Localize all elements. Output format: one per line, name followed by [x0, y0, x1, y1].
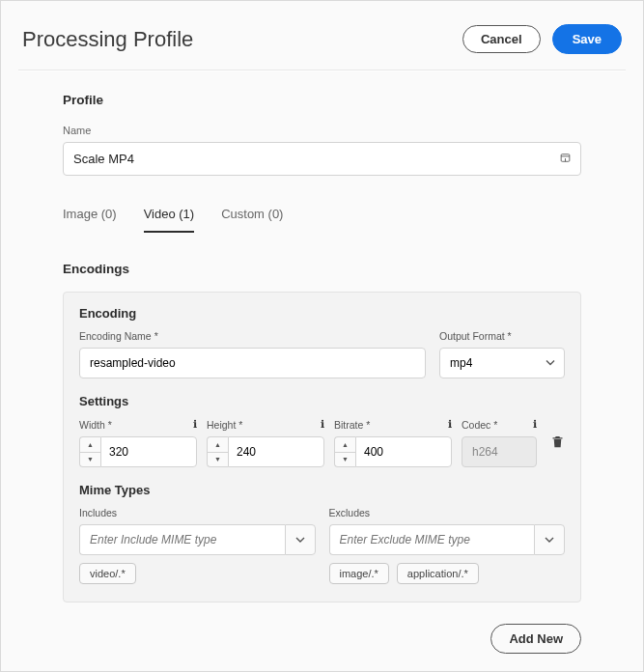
chevron-down-icon: [295, 535, 305, 545]
width-stepper[interactable]: ▲▼: [79, 436, 197, 467]
stepper-buttons[interactable]: ▲▼: [334, 436, 355, 467]
processing-profile-page: Processing Profile Cancel Save Profile N…: [0, 0, 644, 672]
includes-input[interactable]: [79, 524, 285, 555]
settings-subheading: Settings: [79, 394, 565, 408]
add-new-button[interactable]: Add New: [490, 624, 581, 654]
encodings-heading: Encodings: [63, 262, 581, 276]
step-down-icon[interactable]: ▼: [335, 453, 355, 467]
includes-label: Includes: [79, 507, 117, 518]
step-down-icon[interactable]: ▼: [208, 453, 228, 467]
encoding-name-label: Encoding Name *: [79, 330, 158, 342]
step-up-icon[interactable]: ▲: [208, 437, 228, 453]
cancel-button[interactable]: Cancel: [462, 25, 541, 53]
output-format-value[interactable]: [439, 348, 565, 378]
profile-name-input[interactable]: [63, 142, 581, 176]
codec-input: [462, 436, 537, 467]
tabs: Image (0) Video (1) Custom (0): [63, 207, 581, 233]
bitrate-input[interactable]: [355, 436, 452, 467]
info-icon: ℹ: [533, 418, 537, 431]
keyboard-icon: [559, 152, 572, 167]
header-actions: Cancel Save: [462, 24, 622, 54]
save-button[interactable]: Save: [552, 24, 622, 54]
includes-dropdown-button[interactable]: [285, 524, 316, 555]
tab-video[interactable]: Video (1): [144, 207, 195, 233]
info-icon: ℹ: [321, 418, 324, 431]
step-up-icon[interactable]: ▲: [335, 437, 355, 453]
encoding-block: Encoding Encoding Name * Output Format *: [63, 292, 581, 602]
encoding-name-input[interactable]: [79, 348, 426, 378]
stepper-buttons[interactable]: ▲▼: [207, 436, 228, 467]
tab-custom[interactable]: Custom (0): [221, 207, 283, 233]
content-area: Profile Name Image (0) Video (1) Custom …: [1, 93, 643, 672]
bitrate-label: Bitrate *: [334, 419, 370, 431]
mime-tag[interactable]: application/.*: [397, 563, 479, 584]
excludes-tags: image/.* application/.*: [329, 563, 566, 584]
add-new-row: Add New: [63, 624, 581, 654]
step-down-icon[interactable]: ▼: [80, 453, 100, 467]
excludes-label: Excludes: [329, 507, 371, 518]
output-format-select[interactable]: [439, 348, 565, 378]
name-input-wrap: [63, 142, 581, 176]
excludes-dropdown-button[interactable]: [534, 524, 565, 555]
mime-types-heading: Mime Types: [79, 483, 565, 497]
includes-combo[interactable]: [79, 524, 316, 555]
bitrate-stepper[interactable]: ▲▼: [334, 436, 452, 467]
encoding-subheading: Encoding: [79, 306, 565, 321]
chevron-down-icon: [545, 535, 554, 545]
height-label: Height *: [207, 419, 242, 431]
height-input[interactable]: [228, 436, 324, 467]
mime-tag[interactable]: image/.*: [329, 563, 389, 584]
codec-label: Codec *: [462, 419, 497, 431]
width-label: Width *: [79, 419, 112, 431]
header-divider: [18, 70, 626, 71]
tab-image[interactable]: Image (0): [63, 207, 117, 233]
name-label: Name: [63, 125, 581, 136]
profile-heading: Profile: [63, 93, 581, 107]
info-icon: ℹ: [448, 418, 452, 431]
step-up-icon[interactable]: ▲: [80, 437, 100, 453]
includes-tags: video/.*: [79, 563, 316, 584]
excludes-input[interactable]: [329, 524, 535, 555]
delete-encoding-button[interactable]: [550, 434, 565, 452]
page-title: Processing Profile: [22, 27, 193, 52]
mime-tag[interactable]: video/.*: [79, 563, 136, 584]
width-input[interactable]: [100, 436, 197, 467]
info-icon: ℹ: [193, 418, 197, 431]
stepper-buttons[interactable]: ▲▼: [79, 436, 100, 467]
excludes-combo[interactable]: [329, 524, 566, 555]
output-format-label: Output Format *: [439, 330, 512, 342]
page-header: Processing Profile Cancel Save: [1, 1, 643, 70]
height-stepper[interactable]: ▲▼: [207, 436, 324, 467]
